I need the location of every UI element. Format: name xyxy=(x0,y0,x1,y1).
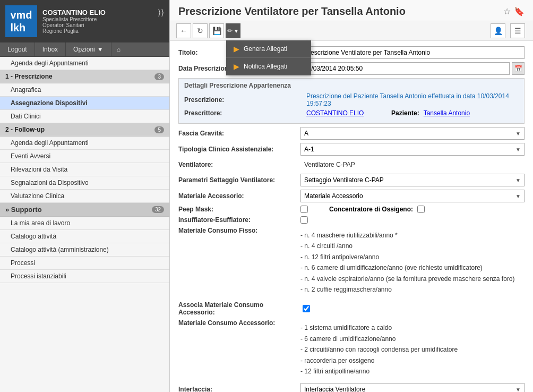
peep-mask-checkbox[interactable] xyxy=(300,206,308,213)
sidebar-header: vmdlkh COSTANTINO ELIO Specialista Presc… xyxy=(0,0,169,42)
list-item: - 2 circuiti/anno con raccogli condensa … xyxy=(300,344,525,355)
sidebar-item-processi-istanziabili[interactable]: Processi istanziabili xyxy=(0,270,169,283)
list-item: - n. 2 cuffie reggimaschera/anno xyxy=(300,284,525,295)
dettagli-title: Dettagli Prescrizione Appartenenza xyxy=(184,82,519,89)
sidebar-item-agenda-followup[interactable]: Agenda degli Appuntamenti xyxy=(0,137,169,150)
paziente-link[interactable]: Tansella Antonio xyxy=(424,109,470,117)
dropdown-button[interactable]: ✏ ▼ xyxy=(226,23,240,38)
prescrizione-row: Prescrizione: Prescrizione del Paziente … xyxy=(184,92,519,107)
materiale-acc-select[interactable]: Materiale Accessorio ▼ xyxy=(300,190,525,202)
materiale-acc-label: Materiale Accessorio: xyxy=(178,192,300,200)
home-icon: ⌂ xyxy=(117,46,121,53)
user-icon-button[interactable]: 👤 xyxy=(491,23,505,38)
main-content: Prescrizione Ventilatore per Tansella An… xyxy=(170,0,533,392)
list-item: - n. 12 filtri antipolvere/anno xyxy=(300,252,525,262)
calendar-button[interactable]: 📅 xyxy=(512,62,525,75)
sidebar-item-processi[interactable]: Processi xyxy=(0,257,169,270)
section-1-count: 3 xyxy=(154,73,164,80)
chevron-down-icon: ▼ xyxy=(515,193,521,199)
tipologia-select[interactable]: A-1 ▼ xyxy=(300,143,525,156)
logo: vmdlkh xyxy=(5,5,37,37)
user-operators: Operatori Sanitari xyxy=(42,22,106,28)
star-icon[interactable]: ☆ xyxy=(503,6,511,16)
titolo-input[interactable] xyxy=(300,46,525,59)
data-prescrizione-input[interactable] xyxy=(300,62,510,75)
list-item: - n. 6 camere di umidificazione/anno (ov… xyxy=(300,262,525,273)
back-button[interactable]: ← xyxy=(176,23,191,38)
prescrittore-label: Prescrittore: xyxy=(184,109,306,117)
sidebar-item-valutazione[interactable]: Valutazione Clinica xyxy=(0,190,169,203)
genera-allegati-label: Genera Allegati xyxy=(244,45,287,53)
list-item: - n. 4 valvole espiratorie/anno (se la f… xyxy=(300,274,525,284)
materiale-acc-row: Materiale Accessorio: Materiale Accessor… xyxy=(178,190,525,202)
toolbar: ← ↻ 💾 ✏ ▼ ▶ Genera Allegati ▶ Notifica A… xyxy=(170,21,533,41)
interfaccia-label: Interfaccia: xyxy=(178,386,300,392)
sidebar-item-dati-clinici[interactable]: Dati Clinici xyxy=(0,110,169,123)
sidebar-item-mia-area[interactable]: La mia area di lavoro xyxy=(0,217,169,230)
associa-materiale-checkbox[interactable] xyxy=(303,305,310,312)
fascia-gravita-select[interactable]: A ▼ xyxy=(300,127,525,140)
menu-button[interactable]: ☰ xyxy=(510,23,525,38)
genera-allegati-item[interactable]: ▶ Genera Allegati xyxy=(226,40,311,58)
user-name: COSTANTINO ELIO xyxy=(42,8,106,16)
parametri-select[interactable]: Settaggio Ventilatore C-PAP ▼ xyxy=(300,174,525,186)
materiale-consumo-fisso-row: Materiale Consumo Fisso: - n. 4 maschere… xyxy=(178,227,525,298)
list-item: - n. 4 maschere riutilizzabili/anno * xyxy=(300,230,525,241)
materiale-consumo-fisso-value: - n. 4 maschere riutilizzabili/anno * - … xyxy=(300,227,525,298)
header-icons: ☆ 🔖 xyxy=(503,6,525,16)
prescrittore-value: COSTANTINO ELIO xyxy=(306,109,391,117)
refresh-button[interactable]: ↻ xyxy=(193,23,208,38)
chevron-down-icon: ▼ xyxy=(515,387,521,392)
fascia-gravita-label: Fascia Gravità: xyxy=(178,130,300,137)
insufflatore-checkbox[interactable] xyxy=(300,216,308,224)
list-item: - n. 4 circuiti /anno xyxy=(300,241,525,251)
notifica-allegati-item[interactable]: ▶ Notifica Allegati xyxy=(226,58,311,75)
nav-logout[interactable]: Logout xyxy=(0,42,35,56)
bookmark-icon[interactable]: 🔖 xyxy=(514,6,525,16)
peep-concentratore-row: Peep Mask: Concentratore di Ossigeno: xyxy=(178,206,525,213)
concentratore-label: Concentratore di Ossigeno: xyxy=(329,206,413,213)
fascia-gravita-value: A ▼ xyxy=(300,127,525,140)
concentratore-checkbox[interactable] xyxy=(417,206,425,213)
materiale-consumo-fisso-list: - n. 4 maschere riutilizzabili/anno * - … xyxy=(300,227,525,298)
insufflatore-row: Insufflatore-Esufflatore: xyxy=(178,216,525,224)
nav-inbox[interactable]: Inbox xyxy=(35,42,66,56)
titolo-value xyxy=(300,46,525,59)
sidebar-item-segnalazioni[interactable]: Segnalazioni da Dispositivo xyxy=(0,176,169,190)
save-button[interactable]: 💾 xyxy=(209,23,224,38)
sidebar-item-rilevazioni[interactable]: Rilevazioni da Visita xyxy=(0,163,169,176)
parametri-row: Parametri Settaggio Ventilatore: Settagg… xyxy=(178,174,525,186)
sidebar-item-eventi-avversi[interactable]: Eventi Avversi xyxy=(0,150,169,163)
section-1-header[interactable]: 1 - Prescrizione 3 xyxy=(0,70,169,83)
materiale-consumo-acc-label: Materiale Consumo Accessorio: xyxy=(178,319,300,327)
fascia-gravita-row: Fascia Gravità: A ▼ xyxy=(178,127,525,140)
prescrittore-link[interactable]: COSTANTINO ELIO xyxy=(306,109,364,117)
insufflatore-label: Insufflatore-Esufflatore: xyxy=(178,216,300,224)
support-header[interactable]: » Supporto 32 xyxy=(0,203,169,217)
paziente-label: Paziente: xyxy=(391,109,419,117)
support-count: 32 xyxy=(152,206,164,213)
sidebar-item-anagrafica[interactable]: Anagrafica xyxy=(0,83,169,97)
section-2-count: 5 xyxy=(154,126,164,133)
user-role: Specialista Prescrittore xyxy=(42,16,106,22)
section-2-header[interactable]: 2 - Follow-up 5 xyxy=(0,123,169,137)
tipologia-row: Tipologia Clinico Assistenziale: A-1 ▼ xyxy=(178,143,525,156)
sidebar-item-catalogo[interactable]: Catalogo attività xyxy=(0,230,169,243)
ventilatore-label: Ventilatore: xyxy=(178,161,300,168)
nav-options[interactable]: Opzioni ▼ xyxy=(66,42,111,56)
page-title: Prescrizione Ventilatore per Tansella An… xyxy=(178,5,406,18)
parametri-label: Parametri Settaggio Ventilatore: xyxy=(178,176,300,184)
notifica-allegati-label: Notifica Allegati xyxy=(244,63,287,70)
chevron-down-icon: ▼ xyxy=(515,147,521,152)
main-header: Prescrizione Ventilatore per Tansella An… xyxy=(170,0,533,21)
sidebar-collapse-button[interactable]: ⟩⟩ xyxy=(158,5,164,18)
paziente-value: Tansella Antonio xyxy=(424,109,470,117)
sidebar-item-catalogo-admin[interactable]: Catalogo attività (amministrazione) xyxy=(0,243,169,257)
sidebar-item-agenda[interactable]: Agenda degli Appuntamenti xyxy=(0,57,169,70)
sidebar-item-assegnazione[interactable]: Assegnazione Dispositivi xyxy=(0,97,169,110)
interfaccia-select[interactable]: Interfaccia Ventilatore ▼ xyxy=(300,383,525,392)
prescrizione-link[interactable]: Prescrizione del Paziente Tansella Anton… xyxy=(306,92,509,107)
nav-home-button[interactable]: ⌂ xyxy=(111,42,126,56)
section-1-label: 1 - Prescrizione xyxy=(5,73,53,80)
materiale-consumo-acc-value: - 1 sistema umidificatore a caldo - 6 ca… xyxy=(300,319,525,380)
